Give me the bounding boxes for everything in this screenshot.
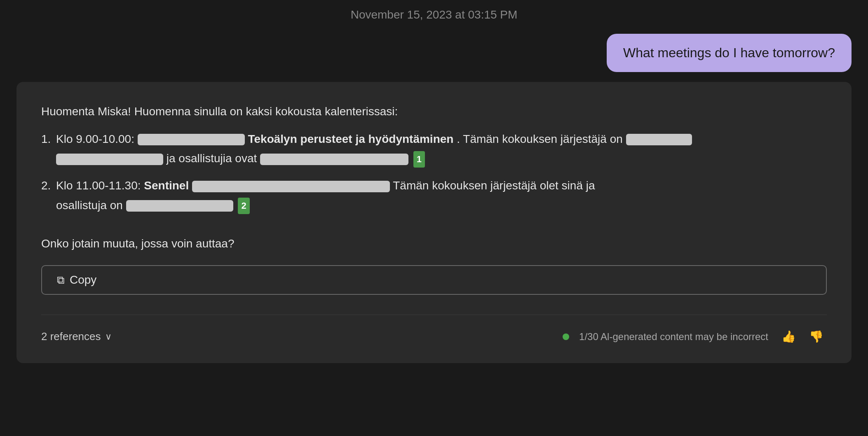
references-label: 2 references (41, 330, 101, 343)
references-toggle[interactable]: 2 references ∨ (41, 330, 112, 343)
thumbs-down-button[interactable]: 👎 (806, 326, 827, 347)
redacted-1c (56, 154, 163, 165)
ref-badge-2: 2 (238, 198, 249, 214)
meeting-1-time: Klo 9.00-10.00: (56, 133, 138, 145)
meeting-item-2: 2. Klo 11.00-11.30: Sentinel Tämän kokou… (41, 176, 827, 215)
redacted-2b (126, 200, 233, 212)
meeting-1-number: 1. (41, 129, 51, 149)
chevron-down-icon: ∨ (105, 331, 112, 342)
meeting-2-time: Klo 11.00-11.30: (56, 179, 144, 192)
thumbs-up-button[interactable]: 👍 (778, 326, 799, 347)
ai-response-card: Huomenta Miska! Huomenna sinulla on kaks… (16, 82, 852, 363)
redacted-2a (192, 181, 390, 192)
redacted-1d (260, 154, 408, 165)
chat-container: What meetings do I have tomorrow? Huomen… (16, 34, 852, 363)
meeting-1-title: Tekoälyn perusteet ja hyödyntäminen (248, 133, 453, 145)
ref-badge-1: 1 (413, 151, 425, 167)
redacted-1b (626, 134, 692, 145)
thumbs-up-icon: 👍 (781, 330, 796, 343)
meeting-2-detail2: osallistuja on (56, 199, 126, 212)
footer-right: 1/30 Al-generated content may be incorre… (563, 326, 827, 347)
redacted-1a (138, 134, 245, 145)
meeting-2-title: Sentinel (144, 179, 192, 192)
status-count: 1/30 Al-generated content may be incorre… (579, 331, 768, 343)
meeting-2-detail: Tämän kokouksen järjestäjä olet sinä ja (393, 179, 595, 192)
ai-closing: Onko jotain muuta, jossa voin auttaa? (41, 237, 827, 250)
card-footer: 2 references ∨ 1/30 Al-generated content… (41, 315, 827, 347)
copy-button[interactable]: ⧉ Copy (41, 265, 827, 295)
thumbs-down-icon: 👎 (809, 330, 823, 343)
timestamp: November 15, 2023 at 03:15 PM (351, 8, 518, 21)
ai-greeting: Huomenta Miska! Huomenna sinulla on kaks… (41, 103, 827, 121)
copy-button-label: Copy (70, 273, 96, 287)
copy-icon: ⧉ (57, 274, 65, 287)
meeting-item-1: 1. Klo 9.00-10.00: Tekoälyn perusteet ja… (41, 129, 827, 168)
meeting-2-number: 2. (41, 176, 51, 196)
status-dot (563, 333, 569, 340)
meeting-1-detail2: ja osallistujia ovat (167, 152, 260, 165)
user-message: What meetings do I have tomorrow? (607, 34, 852, 72)
feedback-buttons: 👍 👎 (778, 326, 827, 347)
meeting-1-detail: . Tämän kokouksen järjestäjä on (457, 133, 626, 145)
meeting-list: 1. Klo 9.00-10.00: Tekoälyn perusteet ja… (41, 129, 827, 222)
